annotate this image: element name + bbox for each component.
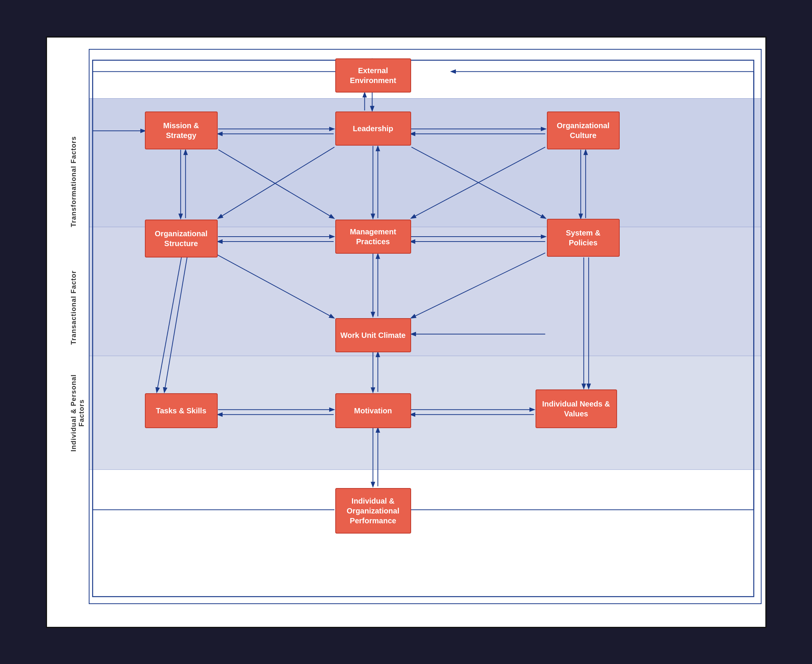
label-individual: Individual & Personal Factors [70, 364, 86, 462]
canvas: Transformational Factors Transactional F… [46, 36, 766, 628]
management-practices-box: Management Practices [335, 220, 411, 254]
org-culture-box: Organizational Culture [547, 111, 620, 150]
work-unit-climate-box: Work Unit Climate [335, 318, 411, 352]
leadership-box: Leadership [335, 111, 411, 146]
org-structure-box: Organizational Structure [145, 220, 218, 257]
tasks-skills-box: Tasks & Skills [145, 393, 218, 428]
mission-strategy-box: Mission & Strategy [145, 111, 218, 150]
label-transactional: Transactional Factor [70, 239, 78, 345]
label-transformational: Transformational Factors [70, 113, 78, 227]
systems-policies-box: System & Policies [547, 219, 620, 257]
motivation-box: Motivation [335, 393, 411, 428]
external-environment-box: External Environment [335, 59, 411, 93]
performance-box: Individual & Organizational Performance [335, 488, 411, 534]
individual-needs-box: Individual Needs & Values [535, 389, 617, 428]
